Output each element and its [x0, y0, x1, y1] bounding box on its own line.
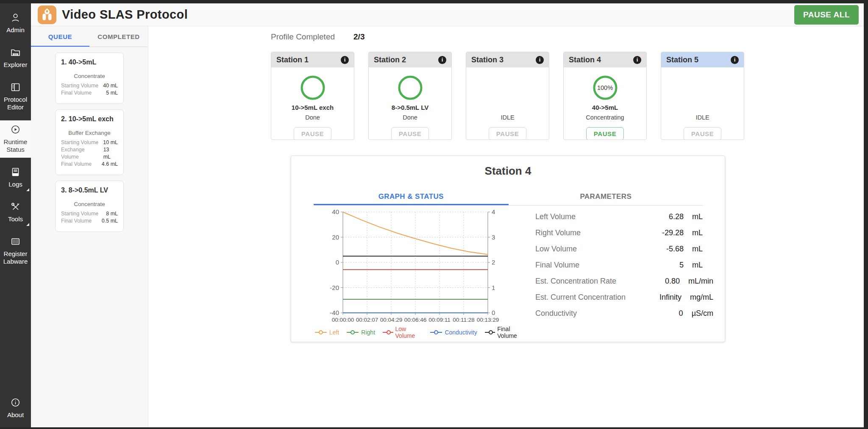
svg-text:4: 4: [492, 208, 495, 215]
station-chart: 40200-20-404321000:00:0000:02:0700:04:29…: [321, 206, 520, 325]
info-icon[interactable]: i: [731, 56, 739, 64]
queue-item-title: 3. 8->0.5mL LV: [61, 187, 118, 194]
legend-item[interactable]: Low Volume: [382, 326, 423, 339]
parameter-unit: mg/mL: [690, 293, 713, 302]
field-label: Exchange Volume: [61, 146, 103, 161]
parameter-row: Left Volume6.28mL: [535, 209, 713, 225]
sidebar-item-register-labware[interactable]: Register Labware: [0, 232, 31, 270]
tab-parameters[interactable]: PARAMETERS: [509, 188, 704, 206]
tab-graph-status[interactable]: GRAPH & STATUS: [314, 188, 509, 206]
field-label: Starting Volume: [61, 139, 98, 146]
progress-ring: 100%: [592, 75, 618, 101]
parameter-label: Est. Current Concentration: [535, 293, 648, 302]
info-icon[interactable]: i: [633, 56, 641, 64]
parameter-unit: µS/cm: [692, 309, 713, 318]
pause-all-button[interactable]: PAUSE ALL: [794, 5, 859, 25]
svg-text:00:02:07: 00:02:07: [356, 317, 378, 323]
station-profile: 8->0.5mL LV: [392, 104, 428, 113]
profile-completed-label: Profile Completed: [271, 32, 335, 42]
station-card-2[interactable]: Station 2 i 8->0.5mL LV Done PAUSE: [368, 52, 452, 140]
tab-queue[interactable]: QUEUE: [31, 26, 89, 47]
pause-button[interactable]: PAUSE: [684, 127, 722, 140]
field-value: 5 mL: [106, 89, 118, 97]
parameter-label: Conductivity: [535, 309, 649, 318]
parameter-value: 0.80: [647, 277, 680, 286]
queue-item-mode: Concentrate: [61, 201, 118, 207]
queue-item-3[interactable]: 3. 8->0.5mL LV Concentrate Starting Volu…: [55, 181, 124, 232]
legend-item[interactable]: Conductivity: [430, 326, 477, 339]
app-window: Admin Explorer Protocol Editor Runtime S…: [0, 3, 864, 427]
sidebar-item-admin[interactable]: Admin: [0, 8, 31, 38]
station-card-3[interactable]: Station 3 i IDLE PAUSE: [466, 52, 549, 140]
field-value: 4.6 mL: [102, 161, 118, 168]
parameter-value: 5: [650, 261, 684, 270]
svg-text:00:00:00: 00:00:00: [332, 317, 354, 323]
queue-item-2[interactable]: 2. 10->5mL exch Buffer Exchange Starting…: [55, 109, 124, 175]
station-card-4[interactable]: Station 4 i 100% 40->5mL Concentrating P…: [563, 52, 647, 140]
parameter-value: 6.28: [650, 212, 684, 221]
info-icon[interactable]: i: [536, 56, 544, 64]
main-content: Profile Completed 2/3 Station 1 i 10->5m…: [148, 26, 864, 427]
queue-item-1[interactable]: 1. 40->5mL Concentrate Starting Volume40…: [55, 53, 124, 104]
parameter-value: -29.28: [650, 228, 684, 237]
station-status: Done: [305, 114, 320, 123]
station-body: IDLE PAUSE: [466, 67, 549, 140]
info-icon[interactable]: i: [341, 56, 349, 64]
svg-text:00:09:11: 00:09:11: [428, 317, 451, 323]
field-label: Starting Volume: [61, 210, 98, 217]
legend-item[interactable]: Left: [314, 326, 339, 339]
legend-item[interactable]: Final Volume: [484, 326, 526, 339]
field-label: Final Volume: [61, 217, 92, 225]
sidebar-item-runtime-status[interactable]: Runtime Status: [0, 120, 31, 158]
tools-icon: [10, 201, 21, 212]
station-body: 10->5mL exch Done PAUSE: [271, 67, 354, 140]
parameter-row: Est. Current ConcentrationInfinitymg/mL: [535, 289, 713, 305]
station-body: IDLE PAUSE: [661, 67, 744, 140]
parameter-unit: mL/min: [688, 277, 713, 286]
station-status: Concentrating: [586, 114, 624, 123]
parameters-list: Left Volume6.28mL Right Volume-29.28mL L…: [535, 209, 713, 321]
legend-marker-icon: [382, 330, 393, 335]
legend-label: Left: [329, 329, 339, 336]
svg-text:3: 3: [492, 234, 495, 241]
pause-button[interactable]: PAUSE: [586, 127, 624, 140]
tab-completed[interactable]: COMPLETED: [89, 26, 148, 47]
station-header: Station 3 i: [466, 52, 549, 67]
parameter-label: Low Volume: [535, 245, 650, 254]
parameter-row: Est. Concentration Rate0.80mL/min: [535, 273, 713, 289]
station-header: Station 4 i: [564, 52, 646, 67]
sidebar-item-label: About: [1, 411, 30, 419]
legend-item[interactable]: Right: [346, 326, 375, 339]
sidebar-item-label: Runtime Status: [1, 138, 30, 153]
pause-button[interactable]: PAUSE: [489, 127, 527, 140]
pause-button[interactable]: PAUSE: [391, 127, 429, 140]
station-card-1[interactable]: Station 1 i 10->5mL exch Done PAUSE: [271, 52, 354, 140]
submenu-corner-icon: [26, 188, 29, 191]
info-icon: [10, 397, 21, 408]
sidebar-item-label: Admin: [1, 26, 30, 34]
sidebar-item-protocol-editor[interactable]: Protocol Editor: [0, 78, 31, 115]
svg-text:00:04:29: 00:04:29: [380, 317, 403, 323]
info-icon[interactable]: i: [438, 56, 446, 64]
sidebar-item-logs[interactable]: Logs: [0, 163, 31, 192]
station-body: 100% 40->5mL Concentrating PAUSE: [564, 67, 646, 140]
progress-ring: [397, 75, 423, 101]
parameter-unit: mL: [692, 228, 703, 237]
station-name: Station 4: [569, 56, 601, 64]
robot-app-icon: [38, 6, 56, 24]
legend-marker-icon: [430, 330, 442, 335]
station-card-5[interactable]: Station 5 i IDLE PAUSE: [661, 52, 744, 140]
sidebar-item-label: Protocol Editor: [1, 96, 30, 111]
sidebar-item-label: Explorer: [1, 61, 30, 69]
pause-button[interactable]: PAUSE: [294, 127, 332, 140]
legend-marker-icon: [484, 330, 495, 335]
legend-label: Low Volume: [395, 326, 423, 339]
sidebar-item-explorer[interactable]: Explorer: [0, 43, 31, 73]
station-header: Station 2 i: [369, 52, 451, 67]
sidebar-item-about[interactable]: About: [0, 393, 31, 423]
field-value: 13 mL: [103, 146, 118, 161]
legend-label: Conductivity: [445, 329, 477, 336]
play-circle-icon: [10, 124, 21, 135]
svg-text:2: 2: [492, 259, 495, 266]
sidebar-item-tools[interactable]: Tools: [0, 198, 31, 227]
